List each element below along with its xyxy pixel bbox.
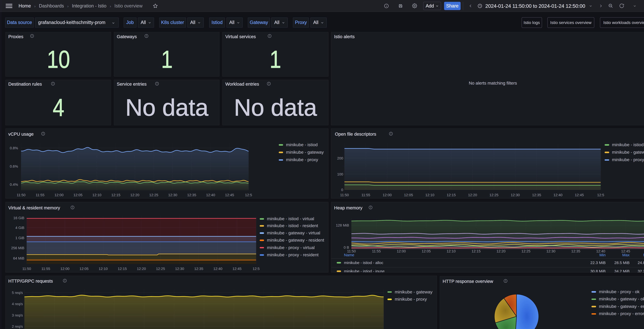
svg-text:12:20: 12:20 <box>130 193 139 197</box>
svg-text:12:25: 12:25 <box>149 193 158 197</box>
svg-text:12:20: 12:20 <box>137 267 146 271</box>
svg-text:12:25: 12:25 <box>156 267 165 271</box>
svg-text:11:50: 11:50 <box>340 193 349 197</box>
svg-text:12:00: 12:00 <box>397 249 406 253</box>
svg-text:12:15: 12:15 <box>447 193 456 197</box>
svg-text:12:35: 12:35 <box>532 193 541 197</box>
svg-text:12:05: 12:05 <box>74 193 82 197</box>
svg-text:12:15: 12:15 <box>118 267 127 271</box>
svg-text:12:15: 12:15 <box>472 249 481 253</box>
svg-text:5 req/s: 5 req/s <box>12 290 23 294</box>
svg-text:12:30: 12:30 <box>511 193 520 197</box>
svg-text:4 req/s: 4 req/s <box>12 302 23 306</box>
svg-text:12:40: 12:40 <box>213 267 222 271</box>
svg-text:11:55: 11:55 <box>36 193 44 197</box>
svg-text:0.6%: 0.6% <box>10 164 18 168</box>
svg-text:12:30: 12:30 <box>168 193 177 197</box>
svg-text:12:00: 12:00 <box>60 267 70 271</box>
svg-text:64 MiB: 64 MiB <box>13 256 24 260</box>
svg-text:12:30: 12:30 <box>546 249 556 253</box>
svg-text:12:35: 12:35 <box>194 267 203 271</box>
svg-text:12:15: 12:15 <box>111 193 120 197</box>
svg-text:12:05: 12:05 <box>422 249 431 253</box>
svg-text:11:55: 11:55 <box>362 193 370 197</box>
svg-text:12:05: 12:05 <box>404 193 413 197</box>
svg-text:12:25: 12:25 <box>490 193 498 197</box>
svg-text:12:45: 12:45 <box>225 193 234 197</box>
svg-text:0 B: 0 B <box>344 245 349 249</box>
svg-text:12:10: 12:10 <box>447 249 456 253</box>
svg-text:12:00: 12:00 <box>54 193 64 197</box>
svg-text:12:5: 12:5 <box>252 267 260 271</box>
svg-text:3 req/s: 3 req/s <box>12 313 23 317</box>
svg-text:0.4%: 0.4% <box>10 183 18 187</box>
svg-text:1 GiB: 1 GiB <box>15 236 24 240</box>
svg-text:12:5: 12:5 <box>245 193 252 197</box>
svg-text:0.8%: 0.8% <box>10 146 18 150</box>
svg-text:12:20: 12:20 <box>468 193 477 197</box>
svg-text:11:55: 11:55 <box>372 249 381 253</box>
svg-text:4 GiB: 4 GiB <box>15 226 24 230</box>
svg-text:12:45: 12:45 <box>575 193 584 197</box>
svg-text:128 MiB: 128 MiB <box>336 223 349 227</box>
svg-text:12:25: 12:25 <box>522 249 530 253</box>
svg-text:12:10: 12:10 <box>92 193 101 197</box>
svg-text:12:10: 12:10 <box>426 193 434 197</box>
svg-text:256 MiB: 256 MiB <box>11 246 24 250</box>
svg-text:12:20: 12:20 <box>497 249 506 253</box>
svg-text:12:00: 12:00 <box>383 193 392 197</box>
svg-text:11:55: 11:55 <box>41 267 50 271</box>
svg-text:200: 200 <box>337 156 343 160</box>
svg-text:12:35: 12:35 <box>187 193 196 197</box>
svg-text:12:10: 12:10 <box>99 267 108 271</box>
svg-text:12:35: 12:35 <box>571 249 580 253</box>
svg-text:12:30: 12:30 <box>175 267 184 271</box>
svg-text:11:50: 11:50 <box>16 193 25 197</box>
svg-text:100: 100 <box>337 172 343 176</box>
svg-text:12:05: 12:05 <box>80 267 88 271</box>
svg-text:0: 0 <box>341 188 344 192</box>
svg-text:12:40: 12:40 <box>206 193 215 197</box>
svg-text:12:40: 12:40 <box>554 193 562 197</box>
svg-text:16 GiB: 16 GiB <box>13 216 24 220</box>
svg-text:11:50: 11:50 <box>22 267 31 271</box>
svg-text:12:5: 12:5 <box>597 193 604 197</box>
svg-text:2 req/s: 2 req/s <box>12 324 23 328</box>
svg-text:12:45: 12:45 <box>232 267 242 271</box>
